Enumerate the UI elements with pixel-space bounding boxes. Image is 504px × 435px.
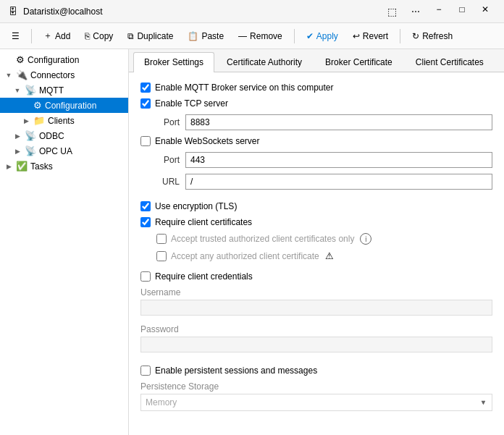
apply-icon: ✔ (306, 31, 314, 41)
sidebar-item-odbc[interactable]: ▶ 📡 ODBC (0, 128, 128, 143)
require-client-certs-checkbox[interactable] (140, 217, 151, 227)
main-layout: ⚙ Configuration ▼ 🔌 Connectors ▼ 📡 MQTT … (0, 49, 504, 435)
revert-icon: ↩ (353, 31, 360, 41)
close-button[interactable]: ✕ (475, 2, 495, 17)
username-input[interactable] (140, 300, 492, 316)
tcp-port-input[interactable] (185, 114, 492, 130)
tab-certificate-authority[interactable]: Certificate Authority (216, 52, 313, 72)
apply-button[interactable]: ✔ Apply (301, 27, 344, 46)
tab-broker-certificate[interactable]: Broker Certificate (314, 52, 403, 72)
content-area: Broker Settings Certificate Authority Br… (129, 49, 504, 435)
revert-button[interactable]: ↩ Revert (347, 27, 394, 46)
require-client-certs-label[interactable]: Require client certificates (155, 217, 252, 227)
enable-persistent-checkbox[interactable] (140, 366, 151, 376)
ws-url-input[interactable] (185, 174, 492, 190)
tab-client-certificates[interactable]: Client Certificates (405, 52, 495, 72)
username-section: Username (140, 287, 492, 316)
username-label: Username (140, 287, 492, 297)
enable-websockets-label[interactable]: Enable WebSockets server (155, 136, 260, 146)
sidebar: ⚙ Configuration ▼ 🔌 Connectors ▼ 📡 MQTT … (0, 49, 129, 435)
mqtt-icon: 📡 (25, 85, 36, 96)
use-encryption-checkbox[interactable] (140, 201, 151, 211)
toolbar-sep-1 (31, 29, 32, 43)
enable-tcp-label[interactable]: Enable TCP server (155, 98, 228, 109)
accept-any-checkbox[interactable] (156, 251, 167, 261)
warning-icon: ⚠ (325, 250, 334, 261)
clients-icon: 📁 (33, 115, 45, 126)
arrow-icon: ▶ (22, 117, 30, 124)
enable-mqtt-broker-label[interactable]: Enable MQTT Broker service on this compu… (155, 83, 334, 93)
arrow-icon: ▶ (13, 148, 22, 155)
sidebar-item-opcua[interactable]: ▶ 📡 OPC UA (0, 143, 128, 159)
refresh-button[interactable]: ↻ Refresh (406, 27, 458, 46)
sidebar-item-configuration[interactable]: ⚙ Configuration (0, 52, 128, 67)
titlebar-controls: ⬚ ⋯ − □ ✕ (382, 2, 495, 21)
remove-icon: — (238, 31, 247, 41)
app-icon: 🗄 (9, 7, 17, 17)
tcp-port-label: Port (156, 117, 180, 127)
enable-websockets-row: Enable WebSockets server (140, 136, 492, 146)
maximize-button[interactable]: □ (452, 2, 472, 17)
password-label: Password (140, 324, 492, 334)
enable-tcp-checkbox[interactable] (140, 98, 151, 109)
require-credentials-row: Require client credentials (140, 271, 492, 282)
refresh-icon: ↻ (412, 31, 419, 41)
require-credentials-label[interactable]: Require client credentials (155, 271, 253, 282)
use-encryption-row: Use encryption (TLS) (140, 201, 492, 211)
arrow-icon: ▶ (4, 163, 13, 170)
ws-port-label: Port (156, 155, 180, 165)
accept-trusted-row: Accept trusted authorized client certifi… (156, 233, 492, 245)
sidebar-item-clients[interactable]: ▶ 📁 Clients (0, 113, 128, 128)
duplicate-icon: ⧉ (127, 31, 134, 41)
persistence-storage-wrapper: Memory File ▼ (140, 394, 492, 411)
arrow-icon: ▶ (13, 132, 22, 140)
arrow-icon: ▼ (13, 87, 22, 94)
password-input[interactable] (140, 337, 492, 352)
duplicate-button[interactable]: ⧉ Duplicate (122, 27, 179, 46)
accept-any-label[interactable]: Accept any authorized client certificate (171, 251, 319, 261)
enable-mqtt-broker-checkbox[interactable] (140, 83, 151, 93)
sidebar-item-mqtt-config[interactable]: ⚙ Configuration (0, 98, 128, 113)
mqtt-config-icon: ⚙ (33, 100, 42, 111)
titlebar-menu-btn[interactable]: ⋯ (406, 2, 426, 21)
info-icon[interactable]: i (360, 233, 371, 245)
tab-broker-settings[interactable]: Broker Settings (133, 52, 214, 72)
require-credentials-checkbox[interactable] (140, 271, 151, 282)
toolbar-sep-2 (294, 29, 295, 43)
accept-any-row: Accept any authorized client certificate… (156, 250, 492, 261)
opcua-icon: 📡 (25, 145, 36, 156)
persistence-storage-section: Persistence Storage Memory File ▼ (140, 381, 492, 411)
enable-persistent-row: Enable persistent sessions and messages (140, 366, 492, 376)
sidebar-item-tasks[interactable]: ▶ ✅ Tasks (0, 159, 128, 174)
add-icon: ＋ (43, 30, 52, 42)
remove-button[interactable]: — Remove (232, 27, 288, 46)
sidebar-item-connectors[interactable]: ▼ 🔌 Connectors (0, 67, 128, 83)
accept-trusted-checkbox[interactable] (156, 234, 167, 244)
ws-port-input[interactable] (185, 152, 492, 168)
minimize-button[interactable]: − (429, 2, 449, 17)
enable-websockets-checkbox[interactable] (140, 136, 151, 146)
accept-trusted-label[interactable]: Accept trusted authorized client certifi… (171, 234, 354, 244)
titlebar-icon-btn[interactable]: ⬚ (382, 2, 403, 21)
paste-button[interactable]: 📋 Paste (182, 27, 230, 46)
persistence-storage-select[interactable]: Memory File (140, 394, 492, 411)
form-content: Enable MQTT Broker service on this compu… (129, 72, 504, 435)
tcp-port-row: Port (156, 114, 492, 130)
toolbar: ☰ ＋ Add ⎘ Copy ⧉ Duplicate 📋 Paste — Rem… (0, 23, 504, 49)
require-client-certs-row: Require client certificates (140, 217, 492, 227)
copy-button[interactable]: ⎘ Copy (79, 27, 119, 46)
odbc-icon: 📡 (25, 130, 36, 141)
persistence-storage-label: Persistence Storage (140, 381, 492, 392)
enable-mqtt-broker-row: Enable MQTT Broker service on this compu… (140, 83, 492, 93)
arrow-icon: ▼ (4, 72, 13, 79)
enable-persistent-label[interactable]: Enable persistent sessions and messages (155, 366, 317, 376)
config-icon: ⚙ (16, 54, 25, 65)
toolbar-hamburger[interactable]: ☰ (6, 27, 25, 46)
connectors-icon: 🔌 (16, 69, 28, 80)
titlebar: 🗄 Dataristix@localhost ⬚ ⋯ − □ ✕ (0, 0, 504, 23)
sidebar-item-mqtt[interactable]: ▼ 📡 MQTT (0, 83, 128, 98)
enable-tcp-row: Enable TCP server (140, 98, 492, 109)
ws-url-row: URL (156, 174, 492, 190)
use-encryption-label[interactable]: Use encryption (TLS) (155, 201, 237, 211)
add-button[interactable]: ＋ Add (38, 27, 76, 46)
